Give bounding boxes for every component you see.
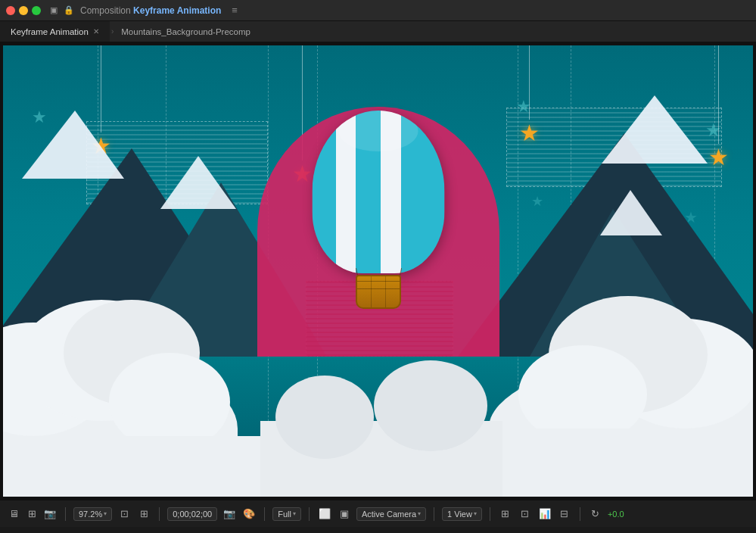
lock-icon: 🔒 [64, 5, 74, 15]
balloon-basket [356, 275, 401, 309]
preview-controls: 🖥 ⊞ 📷 [6, 507, 58, 522]
tab-bar: Keyframe Animation ✕ › Mountains_Backgro… [0, 21, 756, 42]
window-controls [6, 6, 41, 15]
title-bar: ▣ 🔒 Composition Keyframe Animation ≡ [0, 0, 756, 21]
maximize-button[interactable] [32, 6, 41, 15]
mountain-left-far-snow [22, 111, 124, 179]
hang-line-4 [718, 45, 719, 144]
panel-menu-icon[interactable]: ≡ [232, 5, 238, 16]
comp-settings-icon[interactable]: ⊡ [518, 507, 533, 522]
basket-stripe-v1 [371, 276, 372, 307]
cloud-center [260, 345, 502, 497]
refresh-icon[interactable]: ↻ [588, 507, 603, 522]
fit-view-icon[interactable]: ⊡ [117, 507, 132, 522]
title-text: Composition Keyframe Animation [80, 5, 221, 16]
minimize-button[interactable] [19, 6, 28, 15]
camera-arrow-icon: ▾ [418, 510, 421, 517]
views-arrow-icon: ▾ [474, 510, 477, 517]
tab-keyframe-animation[interactable]: Keyframe Animation ✕ [0, 21, 110, 42]
breadcrumb-separator: › [111, 27, 114, 36]
close-button[interactable] [6, 6, 15, 15]
hang-line-3 [529, 45, 530, 120]
panel-icon: ▣ [50, 5, 58, 15]
layer-icon[interactable]: ⊟ [557, 507, 572, 522]
divider-2 [159, 507, 160, 521]
divider-4 [309, 507, 310, 521]
divider-7 [580, 507, 580, 521]
mountain-right-far-snow [602, 95, 708, 164]
divider-5 [434, 507, 434, 521]
views-value: 1 View [447, 510, 472, 519]
mountain-center-left-snow [160, 156, 236, 209]
timecode-display[interactable]: 0;00;02;00 [167, 507, 217, 521]
divider-3 [264, 507, 265, 521]
camera-dropdown[interactable]: Active Camera ▾ [356, 507, 426, 521]
green-value: +0.0 [608, 510, 624, 519]
zoom-dropdown[interactable]: 97.2% ▾ [73, 507, 112, 521]
render-icon[interactable]: ▣ [337, 507, 352, 522]
quality-value: Full [278, 510, 291, 519]
basket-stripe-1 [357, 281, 400, 282]
tab-close-icon[interactable]: ✕ [93, 27, 99, 36]
expand-icon[interactable]: ⊞ [498, 507, 513, 522]
breadcrumb-precomp[interactable]: Mountains_Background-Precomp [115, 27, 257, 36]
views-dropdown[interactable]: 1 View ▾ [442, 507, 482, 521]
divider-1 [65, 507, 66, 521]
camera-3d-icon[interactable]: 📷 [42, 507, 58, 522]
bottom-toolbar: 🖥 ⊞ 📷 97.2% ▾ ⊡ ⊞ 0;00;02;00 📷 🎨 Full ▾ … [0, 500, 756, 527]
hanging-star-3: ★ [519, 45, 540, 146]
basket-stripe-v2 [385, 276, 386, 307]
monitor-icon[interactable]: 🖥 [6, 507, 21, 522]
timecode-value: 0;00;02;00 [173, 510, 212, 519]
divider-6 [490, 507, 490, 521]
quality-dropdown[interactable]: Full ▾ [272, 507, 301, 521]
safe-zones-icon[interactable]: ⊞ [136, 507, 151, 522]
camera-value: Active Camera [362, 510, 416, 519]
mountain-right-near-snow [600, 190, 662, 235]
chart-icon[interactable]: 📊 [537, 507, 552, 522]
quality-arrow-icon: ▾ [293, 510, 296, 517]
snapshot-icon[interactable]: 📷 [222, 507, 237, 522]
basket-stripe-2 [357, 288, 400, 289]
balloon-envelope [312, 111, 444, 273]
balloon-highlight [338, 111, 418, 151]
color-wheel-icon[interactable]: 🎨 [241, 507, 257, 522]
canvas-area: ★ ★ ★ ★ ★ ★ ★ ★ ★ ★ ★ ★ ★ ★ [0, 42, 756, 500]
zoom-value: 97.2% [79, 510, 102, 519]
composition-scene: ★ ★ ★ ★ ★ ★ ★ ★ ★ ★ ★ ★ ★ ★ [3, 45, 753, 497]
alpha-icon[interactable]: ⬜ [317, 507, 332, 522]
zoom-arrow-icon: ▾ [104, 510, 107, 517]
grid-icon[interactable]: ⊞ [24, 507, 39, 522]
